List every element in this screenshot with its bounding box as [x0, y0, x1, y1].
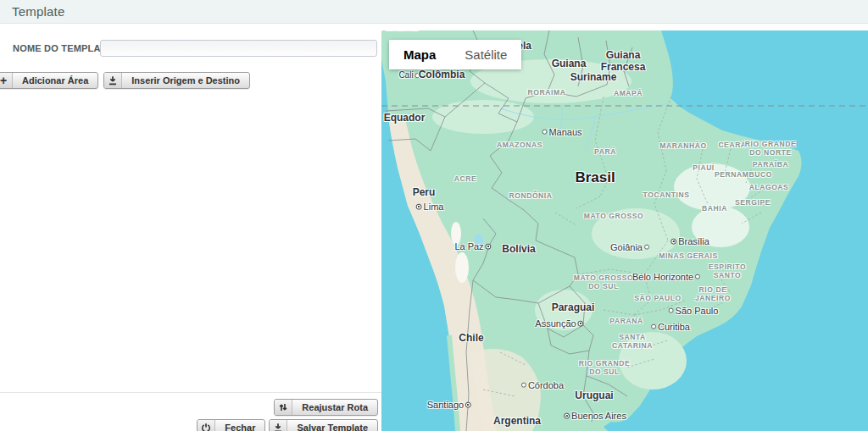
insert-origin-destination-button[interactable]: Inserir Origem e Destino [103, 72, 250, 89]
south-america-map [381, 30, 868, 431]
save-template-label: Salvar Template [287, 420, 377, 431]
add-area-button[interactable]: + Adicionar Área [0, 72, 98, 89]
footer-divider [0, 392, 381, 393]
area-toolbar: + Adicionar Área Inserir Origem e Destin… [0, 72, 250, 89]
template-window: Template NOME DO TEMPLATE + Adicionar Ár… [0, 0, 868, 431]
map-type-control: Mapa Satélite [389, 40, 521, 69]
template-name-label: NOME DO TEMPLATE [13, 43, 112, 53]
power-icon [198, 420, 215, 431]
template-name-row: NOME DO TEMPLATE [0, 40, 381, 57]
insert-origin-destination-label: Inserir Origem e Destino [122, 73, 249, 88]
save-template-button[interactable]: Salvar Template [269, 419, 378, 431]
download-icon [270, 420, 287, 431]
map-tab[interactable]: Mapa [389, 40, 450, 69]
left-panel: NOME DO TEMPLATE + Adicionar Área Inseri… [0, 25, 381, 431]
map-canvas[interactable]: Mapa Satélite PanamáVenezuelaGuianaGuian… [381, 30, 868, 431]
page-title: Template [12, 4, 64, 19]
satellite-tab[interactable]: Satélite [450, 40, 521, 69]
close-button[interactable]: Fechar [197, 419, 265, 431]
swap-vert-icon [275, 400, 292, 415]
close-label: Fechar [215, 420, 264, 431]
download-icon [104, 73, 122, 88]
add-area-label: Adicionar Área [13, 73, 97, 88]
plus-icon: + [0, 73, 13, 88]
template-name-input[interactable] [100, 40, 377, 57]
readjust-route-label: Reajustar Rota [292, 400, 377, 415]
panel-footer: Reajustar Rota Fechar [0, 392, 381, 393]
page-header: Template [0, 0, 868, 24]
readjust-route-button[interactable]: Reajustar Rota [274, 399, 378, 416]
